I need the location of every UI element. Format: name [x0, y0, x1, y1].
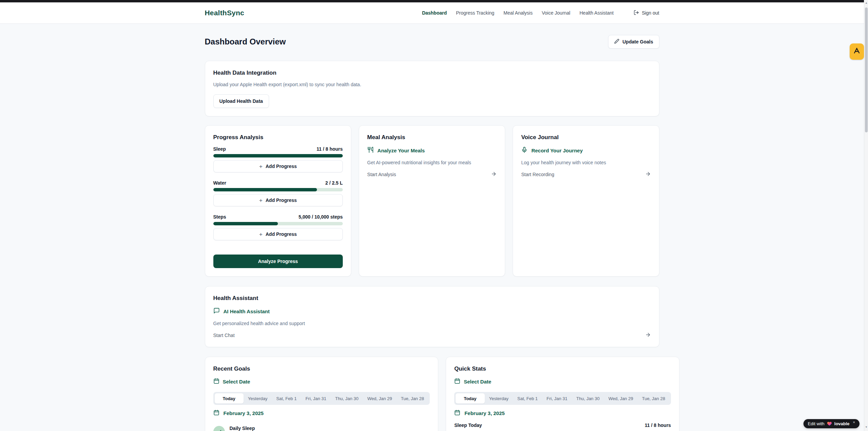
- assistant-description: Get personalized health advice and suppo…: [213, 320, 651, 326]
- tab-today[interactable]: Today: [215, 393, 244, 404]
- calendar-icon: [454, 378, 460, 385]
- plus-icon: +: [259, 231, 263, 237]
- recent-goals-select-date[interactable]: Select Date: [213, 378, 430, 385]
- voice-description: Log your health journey with voice notes: [521, 160, 651, 166]
- selected-date-label: February 3, 2025: [464, 410, 504, 416]
- health-assistant-card: Health Assistant AI Health Assistant Get…: [205, 286, 659, 347]
- quick-stats-title: Quick Stats: [454, 365, 671, 373]
- water-progress-bar: [213, 188, 343, 191]
- meal-description: Get AI-powered nutritional insights for …: [367, 160, 497, 166]
- calendar-icon: [213, 378, 219, 385]
- page-title: Dashboard Overview: [205, 37, 286, 46]
- upload-health-data-button[interactable]: Upload Health Data: [213, 94, 269, 108]
- scrollbar-up-arrow[interactable]: ▲: [864, 1, 868, 5]
- chat-bubble-icon: [213, 307, 220, 315]
- nav-health-assistant[interactable]: Health Assistant: [580, 10, 614, 16]
- app-root: HealthSync Dashboard Progress Tracking M…: [0, 0, 868, 431]
- scrollbar-down-arrow[interactable]: ▼: [864, 425, 868, 430]
- close-icon[interactable]: ×: [853, 420, 855, 424]
- ai-health-assistant-link[interactable]: AI Health Assistant: [213, 307, 651, 315]
- voice-title: Voice Journal: [521, 134, 651, 141]
- start-analysis-label: Start Analysis: [367, 172, 396, 177]
- nav-voice-journal[interactable]: Voice Journal: [542, 10, 570, 16]
- arrow-right-icon: [645, 332, 651, 339]
- sign-out-label: Sign out: [642, 10, 659, 16]
- window-top-strip: [0, 0, 864, 2]
- progress-analysis-card: Progress Analysis Sleep 11 / 8 hours + A…: [205, 125, 351, 277]
- voice-journal-card: Voice Journal Record Your Journey Log yo…: [513, 125, 659, 277]
- extension-badge[interactable]: [850, 43, 864, 60]
- start-chat-action[interactable]: Start Chat: [213, 332, 651, 339]
- lambda-logo-icon: [853, 47, 861, 56]
- tab-sat-feb-1[interactable]: Sat, Feb 1: [513, 393, 542, 404]
- select-date-label: Select Date: [223, 379, 250, 385]
- metric-sleep: Sleep 11 / 8 hours + Add Progress: [213, 146, 343, 172]
- metric-value: 11 / 8 hours: [317, 146, 343, 152]
- assistant-link-label: AI Health Assistant: [224, 308, 270, 314]
- main-nav: Dashboard Progress Tracking Meal Analysi…: [422, 10, 659, 16]
- start-chat-label: Start Chat: [213, 333, 235, 338]
- metric-steps: Steps 5,000 / 10,000 steps + Add Progres…: [213, 214, 343, 240]
- plus-icon: +: [259, 198, 263, 203]
- nav-progress-tracking[interactable]: Progress Tracking: [456, 10, 494, 16]
- nav-dashboard[interactable]: Dashboard: [422, 10, 447, 16]
- tab-tue-jan-28[interactable]: Tue, Jan 28: [396, 393, 428, 404]
- start-recording-action[interactable]: Start Recording: [521, 171, 651, 178]
- metric-water: Water 2 / 2.5 L + Add Progress: [213, 180, 343, 206]
- goal-name: Daily Sleep: [230, 426, 255, 431]
- analyze-progress-button[interactable]: Analyze Progress: [213, 255, 343, 268]
- integration-description: Upload your Apple Health export (export.…: [213, 81, 651, 88]
- add-progress-label: Add Progress: [266, 164, 297, 169]
- plus-icon: +: [259, 164, 263, 169]
- add-progress-water-button[interactable]: + Add Progress: [213, 194, 343, 206]
- page-viewport: HealthSync Dashboard Progress Tracking M…: [0, 2, 864, 431]
- tab-today[interactable]: Today: [456, 393, 484, 404]
- tab-sat-feb-1[interactable]: Sat, Feb 1: [272, 393, 301, 404]
- recent-goals-card: Recent Goals Select Date Today Yesterday…: [205, 357, 439, 431]
- quick-stats-card: Quick Stats Select Date Today Yesterday …: [446, 357, 679, 431]
- recent-goals-title: Recent Goals: [213, 365, 430, 373]
- nav-meal-analysis[interactable]: Meal Analysis: [503, 10, 533, 16]
- calendar-icon: [454, 410, 460, 417]
- add-progress-label: Add Progress: [266, 198, 297, 203]
- stat-value: 11 / 8 hours: [645, 423, 671, 428]
- pencil-icon: [614, 39, 619, 45]
- start-analysis-action[interactable]: Start Analysis: [367, 171, 497, 178]
- update-goals-label: Update Goals: [622, 39, 653, 44]
- tab-thu-jan-30[interactable]: Thu, Jan 30: [331, 393, 363, 404]
- tab-wed-jan-29[interactable]: Wed, Jan 29: [604, 393, 638, 404]
- tab-wed-jan-29[interactable]: Wed, Jan 29: [363, 393, 396, 404]
- stat-label: Sleep Today: [454, 423, 482, 428]
- assistant-title: Health Assistant: [213, 295, 651, 302]
- tab-tue-jan-28[interactable]: Tue, Jan 28: [638, 393, 670, 404]
- tab-fri-jan-31[interactable]: Fri, Jan 31: [542, 393, 572, 404]
- add-progress-sleep-button[interactable]: + Add Progress: [213, 160, 343, 172]
- arrow-right-icon: [491, 171, 497, 178]
- edit-with-lovable-badge[interactable]: Edit with lovable ×: [803, 419, 860, 428]
- quick-stats-select-date[interactable]: Select Date: [454, 378, 671, 385]
- add-progress-steps-button[interactable]: + Add Progress: [213, 228, 343, 240]
- microphone-icon: [521, 147, 528, 154]
- metric-label: Steps: [213, 214, 226, 220]
- update-goals-button[interactable]: Update Goals: [608, 35, 659, 49]
- sign-out-button[interactable]: Sign out: [634, 10, 659, 16]
- integration-title: Health Data Integration: [213, 69, 651, 77]
- record-your-journey-link[interactable]: Record Your Journey: [521, 147, 651, 154]
- recent-goals-selected-date: February 3, 2025: [213, 410, 430, 417]
- quick-stats-selected-date: February 3, 2025: [454, 410, 671, 417]
- meal-analysis-card: Meal Analysis Analyze Your Meals Get AI-…: [359, 125, 505, 277]
- scrollbar-thumb[interactable]: [865, 7, 868, 132]
- tab-thu-jan-30[interactable]: Thu, Jan 30: [572, 393, 604, 404]
- tab-yesterday[interactable]: Yesterday: [485, 393, 513, 404]
- app-logo: HealthSync: [205, 9, 244, 17]
- heart-icon: [827, 421, 832, 426]
- calendar-icon: [213, 410, 219, 417]
- metric-label: Water: [213, 180, 226, 186]
- recent-goals-date-tabs: Today Yesterday Sat, Feb 1 Fri, Jan 31 T…: [213, 392, 430, 405]
- page-scrollbar[interactable]: ▲ ▼: [864, 0, 868, 431]
- select-date-label: Select Date: [464, 379, 491, 385]
- tab-yesterday[interactable]: Yesterday: [244, 393, 272, 404]
- tab-fri-jan-31[interactable]: Fri, Jan 31: [301, 393, 331, 404]
- lovable-brand-label: lovable: [834, 421, 850, 426]
- analyze-your-meals-link[interactable]: Analyze Your Meals: [367, 147, 497, 154]
